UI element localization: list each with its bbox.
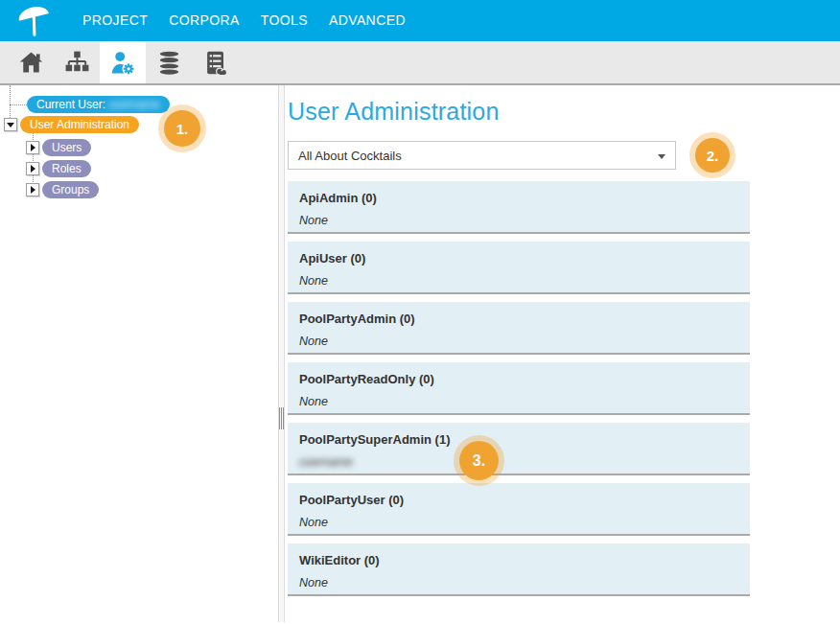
tree-toggle-user-administration[interactable] <box>4 118 17 131</box>
tree-node-user-administration[interactable]: User Administration <box>20 116 139 133</box>
role-members: None <box>299 395 738 408</box>
panel-splitter[interactable] <box>278 85 285 622</box>
umbrella-icon <box>13 2 54 40</box>
project-select-value: All About Cocktails <box>298 149 402 163</box>
tree-toggle-users[interactable] <box>26 141 39 154</box>
role-list: ApiAdmin (0) None ApiUser (0) None PoolP… <box>288 181 750 596</box>
nav-tools[interactable]: TOOLS <box>250 0 318 41</box>
role-members: None <box>299 274 738 288</box>
user-administration-button[interactable] <box>100 41 146 83</box>
tree-toggle-groups[interactable] <box>26 183 39 196</box>
splitter-grip-icon <box>279 407 284 429</box>
role-card-poolpartyuser[interactable]: PoolPartyUser (0) None <box>288 483 750 536</box>
database-icon <box>156 50 182 75</box>
annotation-badge-2: 2. <box>695 138 730 173</box>
top-navigation: PROJECT CORPORA TOOLS ADVANCED <box>72 0 416 41</box>
repository-button[interactable] <box>192 41 238 83</box>
repository-icon <box>201 50 228 76</box>
user-administration-icon <box>109 50 136 76</box>
role-members: None <box>299 516 738 529</box>
annotation-badge-3: 3. <box>459 441 499 480</box>
role-title: WikiEditor (0) <box>299 553 738 567</box>
tree-connector <box>10 104 27 105</box>
role-card-poolpartysuperadmin[interactable]: PoolPartySuperAdmin (1) username <box>288 423 750 475</box>
project-select[interactable]: All About Cocktails <box>288 141 676 170</box>
chevron-right-icon <box>31 144 35 151</box>
nav-advanced[interactable]: ADVANCED <box>318 0 416 41</box>
tree-node-label: Users <box>52 141 82 154</box>
tree-node-label: User Administration <box>30 118 129 131</box>
navigation-tree-panel: Current User: username User Administrati… <box>0 85 278 622</box>
nav-corpora[interactable]: CORPORA <box>158 0 250 41</box>
role-card-wikieditor[interactable]: WikiEditor (0) None <box>288 543 750 596</box>
role-members: None <box>299 214 738 227</box>
poolparty-umbrella-logo[interactable] <box>12 2 56 40</box>
chevron-right-icon <box>31 186 35 194</box>
home-icon <box>18 50 44 75</box>
role-members: None <box>299 335 738 348</box>
tree-node-roles[interactable]: Roles <box>42 160 91 177</box>
chevron-right-icon <box>31 165 35 173</box>
current-user-label: Current User: <box>36 98 105 111</box>
role-title: ApiUser (0) <box>299 251 738 266</box>
top-menubar: PROJECT CORPORA TOOLS ADVANCED <box>0 0 840 41</box>
role-members: None <box>299 576 738 589</box>
tree-node-label: Groups <box>52 183 89 196</box>
current-user-name-redacted: username <box>108 98 159 111</box>
tree-node-label: Roles <box>52 162 82 175</box>
role-card-poolpartyreadonly[interactable]: PoolPartyReadOnly (0) None <box>288 362 750 415</box>
project-hierarchy-button[interactable] <box>54 41 100 83</box>
role-title: PoolPartyUser (0) <box>299 493 738 507</box>
page-title: User Administration <box>288 98 840 126</box>
tree-node-current-user[interactable]: Current User: username <box>27 96 170 113</box>
role-title: ApiAdmin (0) <box>299 191 738 205</box>
chevron-down-icon <box>658 154 665 159</box>
icon-toolbar <box>0 41 840 85</box>
role-card-apiadmin[interactable]: ApiAdmin (0) None <box>288 181 750 234</box>
tree-node-groups[interactable]: Groups <box>42 181 99 198</box>
role-title: PoolPartyAdmin (0) <box>299 312 738 326</box>
nav-project[interactable]: PROJECT <box>72 0 158 41</box>
role-card-apiuser[interactable]: ApiUser (0) None <box>288 242 750 294</box>
poolparty-app: PROJECT CORPORA TOOLS ADVANCED <box>0 0 840 624</box>
home-button[interactable] <box>8 41 54 83</box>
role-members-redacted: username <box>299 455 738 469</box>
chevron-down-icon <box>7 123 14 127</box>
tree-connector <box>10 85 11 118</box>
role-card-poolpartyadmin[interactable]: PoolPartyAdmin (0) None <box>288 302 750 355</box>
hierarchy-icon <box>64 50 90 75</box>
corpus-database-button[interactable] <box>146 41 192 83</box>
tree-toggle-roles[interactable] <box>26 162 39 175</box>
user-administration-panel: User Administration All About Cocktails … <box>285 85 840 622</box>
role-title: PoolPartySuperAdmin (1) <box>299 432 738 447</box>
annotation-badge-1: 1. <box>164 110 200 147</box>
role-title: PoolPartyReadOnly (0) <box>299 372 738 386</box>
tree-node-users[interactable]: Users <box>42 139 91 156</box>
